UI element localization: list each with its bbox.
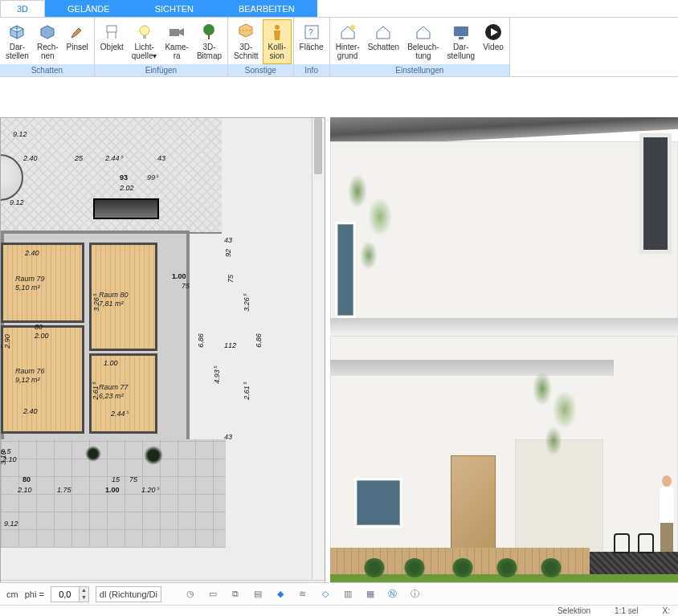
snap-endpoint-icon[interactable]: ◆ xyxy=(272,586,288,602)
svg-rect-0 xyxy=(107,26,116,32)
group-info-label: Info xyxy=(294,64,329,76)
play-icon xyxy=(483,22,504,43)
dim-label: 9.12 xyxy=(10,198,24,206)
group-einstellungen-label: Einstellungen xyxy=(330,64,509,76)
tab-3d[interactable]: 3D xyxy=(0,0,45,17)
monitor-small-icon[interactable]: ▭ xyxy=(205,586,221,602)
stepper-up[interactable]: ▲ xyxy=(79,587,88,594)
shrub xyxy=(402,558,427,577)
dim-label: 3.26⁵ xyxy=(243,294,251,312)
grid-icon[interactable]: ▦ xyxy=(362,586,378,602)
snap-plane-icon[interactable]: ◇ xyxy=(317,586,333,602)
dim-label: 75 xyxy=(182,282,190,290)
group-schatten-label: Schatten xyxy=(0,64,94,76)
dim-label: 80 xyxy=(22,475,31,483)
dim-label: 1.00 xyxy=(104,359,118,367)
schnitt-button[interactable]: 3D- Schnitt xyxy=(230,19,263,64)
rechnen-button[interactable]: Rech- nen xyxy=(33,19,63,64)
cube-calc-icon xyxy=(37,22,58,43)
main-tabs: 3D GELÄNDE SICHTEN BEARBEITEN xyxy=(0,0,678,18)
pinsel-button[interactable]: Pinsel xyxy=(63,19,92,64)
monitor-icon xyxy=(451,22,472,43)
dim-label: 2.61⁵ xyxy=(243,382,251,400)
chair-icon xyxy=(101,22,122,43)
plan-canvas[interactable]: Raum 795,10 m² Raum 807,81 m² Raum 769,1… xyxy=(1,118,312,591)
room-77-label: Raum 776,23 m² xyxy=(99,383,129,401)
tab-gelaende[interactable]: GELÄNDE xyxy=(45,0,133,17)
dim-label: 9.12 xyxy=(4,520,18,528)
bulb-icon xyxy=(134,22,155,43)
tree-reflection xyxy=(346,165,402,294)
svg-rect-14 xyxy=(459,37,464,39)
snap-mid-icon[interactable]: ▥ xyxy=(340,586,356,602)
dim-label: 25 xyxy=(75,154,83,162)
darstellung-button[interactable]: Dar- stellung xyxy=(443,19,479,64)
room-79-label: Raum 795,10 m² xyxy=(15,275,45,292)
svg-point-6 xyxy=(203,24,214,35)
dim-label: 43 xyxy=(157,154,165,162)
dim-label: 2.44⁵ xyxy=(105,154,123,162)
beleuchtung-button[interactable]: Beleuch- tung xyxy=(403,19,443,64)
snap-layers-icon[interactable]: ≋ xyxy=(295,586,311,602)
hintergrund-button[interactable]: Hinter- grund xyxy=(332,19,364,64)
tree xyxy=(531,368,587,472)
house-shadow-icon xyxy=(373,22,394,43)
shrub xyxy=(362,558,386,577)
statusbar: cm phi = ▲▼ dl (Richtung/Di ◷ ▭ ⧉ ▤ ◆ ≋ … xyxy=(0,582,678,605)
bitmap-button[interactable]: 3D- Bitmap xyxy=(193,19,226,64)
group-sonstige-label: Sonstige xyxy=(228,64,293,76)
direction-select[interactable]: dl (Richtung/Di xyxy=(96,586,161,602)
flaeche-button[interactable]: ? Fläche xyxy=(296,19,328,64)
dim-label: 6.86 xyxy=(255,333,263,348)
phi-input[interactable] xyxy=(51,587,79,602)
plant-symbol xyxy=(85,446,101,462)
dim-label: 9.12 xyxy=(13,130,27,138)
shrub xyxy=(451,558,475,577)
paved-patio xyxy=(590,552,678,576)
dim-label: 43 xyxy=(224,433,232,441)
viewport-2d[interactable]: Raum 795,10 m² Raum 807,81 m² Raum 769,1… xyxy=(0,117,325,592)
phi-stepper[interactable]: ▲▼ xyxy=(51,586,89,602)
layers-copy-icon[interactable]: ⧉ xyxy=(227,586,243,602)
area-icon: ? xyxy=(301,22,322,43)
kamera-button[interactable]: Kame- ra xyxy=(161,19,192,64)
dim-label: 2.00 xyxy=(35,332,49,340)
schatten-settings-button[interactable]: Schatten xyxy=(364,19,403,64)
dim-label: 2.61⁵ xyxy=(92,382,100,400)
objekt-button[interactable]: Objekt xyxy=(96,19,128,64)
furniture-block xyxy=(93,198,159,219)
dim-label: 75 xyxy=(227,275,235,283)
north-icon[interactable]: Ⓝ xyxy=(385,586,401,602)
svg-point-9 xyxy=(275,25,280,30)
lichtquelle-button[interactable]: Licht- quelle▾ xyxy=(128,19,161,64)
stepper-down[interactable]: ▼ xyxy=(79,594,88,602)
kollision-button[interactable]: Kolli- sion xyxy=(263,19,292,64)
camera-icon xyxy=(166,22,187,43)
house-light-icon xyxy=(413,22,434,43)
svg-point-3 xyxy=(140,26,149,35)
viewport-3d[interactable] xyxy=(330,117,678,592)
dim-label: 2.40 xyxy=(23,407,38,415)
svg-text:?: ? xyxy=(308,28,313,37)
tab-sichten[interactable]: SICHTEN xyxy=(133,0,216,17)
clock-icon[interactable]: ◷ xyxy=(182,586,198,602)
svg-point-12 xyxy=(350,25,355,30)
dim-label: 3.26⁵ xyxy=(92,294,100,312)
statusbar-secondary: Selektion 1:1 sel X: xyxy=(0,605,678,616)
svg-rect-4 xyxy=(143,35,146,39)
group-einfuegen-label: Einfügen xyxy=(95,64,227,76)
dim-label: 1.20⁵ xyxy=(141,486,159,494)
stack-icon[interactable]: ▤ xyxy=(250,586,266,602)
window-lower xyxy=(354,478,402,528)
section-icon xyxy=(235,22,256,43)
dim-label: 15 xyxy=(112,475,120,483)
scrollbar-vertical[interactable] xyxy=(312,118,325,591)
shrub xyxy=(495,558,519,577)
x-coord-label: X: xyxy=(663,606,670,615)
info-bar-icon[interactable]: ⓘ xyxy=(407,586,423,602)
dim-label: 112 xyxy=(224,341,236,349)
scrollthumb[interactable] xyxy=(314,118,322,174)
darstellen-button[interactable]: Dar- stellen xyxy=(2,19,33,64)
video-button[interactable]: Video xyxy=(479,19,508,64)
tab-bearbeiten[interactable]: BEARBEITEN xyxy=(216,0,317,17)
